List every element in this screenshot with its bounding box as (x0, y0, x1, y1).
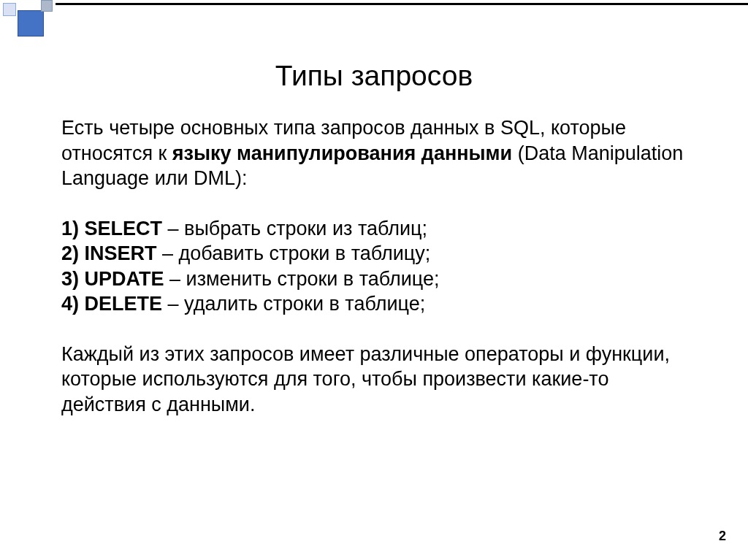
item-command: UPDATE (85, 268, 164, 290)
slide-container: Типы запросов Есть четыре основных типа … (0, 0, 748, 560)
list-item: 2) INSERT – добавить строки в таблицу; (61, 241, 687, 266)
list-item: 3) UPDATE – изменить строки в таблице; (61, 266, 687, 292)
item-command: INSERT (85, 242, 157, 264)
item-command: DELETE (85, 293, 163, 315)
slide-title: Типы запросов (0, 60, 748, 92)
item-number: 4) (61, 293, 85, 315)
corner-decoration (0, 0, 56, 41)
item-number: 3) (61, 268, 85, 290)
intro-paragraph: Есть четыре основных типа запросов данны… (61, 115, 687, 191)
command-list: 1) SELECT – выбрать строки из таблиц; 2)… (61, 216, 687, 317)
outro-paragraph: Каждый из этих запросов имеет различные … (61, 342, 687, 418)
item-description: – выбрать строки из таблиц; (162, 218, 427, 239)
item-number: 1) (61, 218, 85, 239)
item-description: – изменить строки в таблице; (164, 268, 440, 290)
item-command: SELECT (85, 218, 163, 239)
page-number: 2 (719, 529, 726, 544)
item-description: – удалить строки в таблице; (162, 293, 425, 315)
square-icon (18, 10, 44, 37)
list-item: 1) SELECT – выбрать строки из таблиц; (61, 216, 687, 242)
item-description: – добавить строки в таблицу; (157, 242, 431, 264)
square-icon (41, 0, 53, 12)
intro-bold: языку манипулирования данными (172, 142, 512, 164)
top-divider (56, 3, 748, 5)
list-item: 4) DELETE – удалить строки в таблице; (61, 291, 687, 317)
item-number: 2) (61, 242, 85, 264)
slide-content: Есть четыре основных типа запросов данны… (61, 115, 687, 417)
square-icon (3, 3, 16, 16)
